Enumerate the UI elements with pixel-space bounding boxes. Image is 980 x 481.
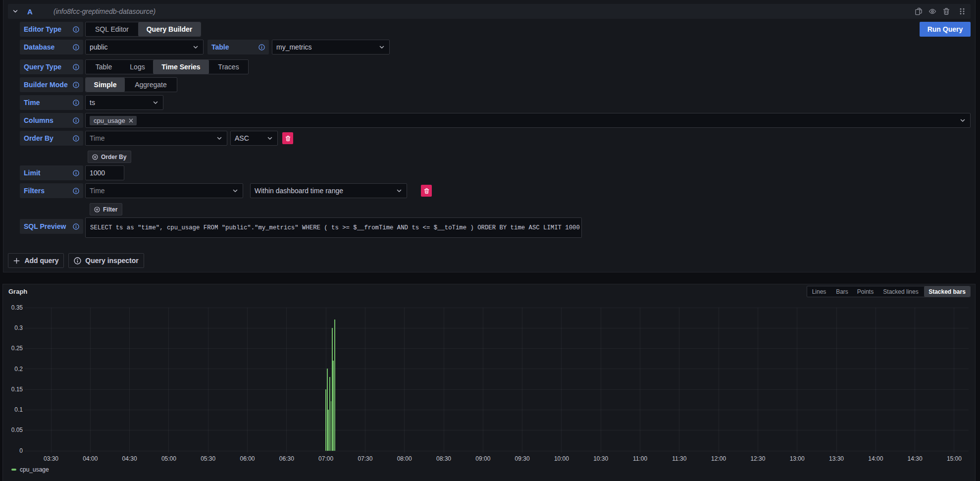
svg-text:14:30: 14:30 xyxy=(908,455,923,462)
svg-text:08:30: 08:30 xyxy=(436,455,451,462)
svg-text:13:30: 13:30 xyxy=(829,455,844,462)
svg-text:0: 0 xyxy=(19,447,23,454)
svg-text:04:00: 04:00 xyxy=(83,455,98,462)
svg-text:0.05: 0.05 xyxy=(11,427,23,433)
svg-text:13:00: 13:00 xyxy=(790,455,805,462)
svg-text:08:00: 08:00 xyxy=(397,455,412,462)
svg-text:0.25: 0.25 xyxy=(11,345,23,352)
svg-text:0.35: 0.35 xyxy=(11,304,23,311)
svg-text:0.1: 0.1 xyxy=(14,406,23,413)
svg-text:12:00: 12:00 xyxy=(711,455,726,462)
svg-text:14:00: 14:00 xyxy=(868,455,883,462)
svg-text:04:30: 04:30 xyxy=(122,455,137,462)
svg-text:10:30: 10:30 xyxy=(593,455,608,462)
svg-text:07:00: 07:00 xyxy=(318,455,333,462)
svg-text:05:30: 05:30 xyxy=(201,455,215,462)
svg-text:12:30: 12:30 xyxy=(750,455,765,462)
svg-text:09:30: 09:30 xyxy=(515,455,530,462)
svg-text:15:00: 15:00 xyxy=(947,455,962,462)
svg-text:05:00: 05:00 xyxy=(161,455,176,462)
svg-text:03:30: 03:30 xyxy=(44,455,58,462)
svg-text:06:30: 06:30 xyxy=(279,455,294,462)
svg-text:0.3: 0.3 xyxy=(14,324,23,331)
svg-text:10:00: 10:00 xyxy=(554,455,569,462)
svg-text:07:30: 07:30 xyxy=(358,455,372,462)
svg-text:0.2: 0.2 xyxy=(14,366,23,373)
svg-text:06:00: 06:00 xyxy=(240,455,255,462)
svg-text:11:30: 11:30 xyxy=(672,455,686,462)
svg-text:09:00: 09:00 xyxy=(475,455,490,462)
svg-text:11:00: 11:00 xyxy=(633,455,647,462)
svg-text:0.15: 0.15 xyxy=(11,386,23,393)
